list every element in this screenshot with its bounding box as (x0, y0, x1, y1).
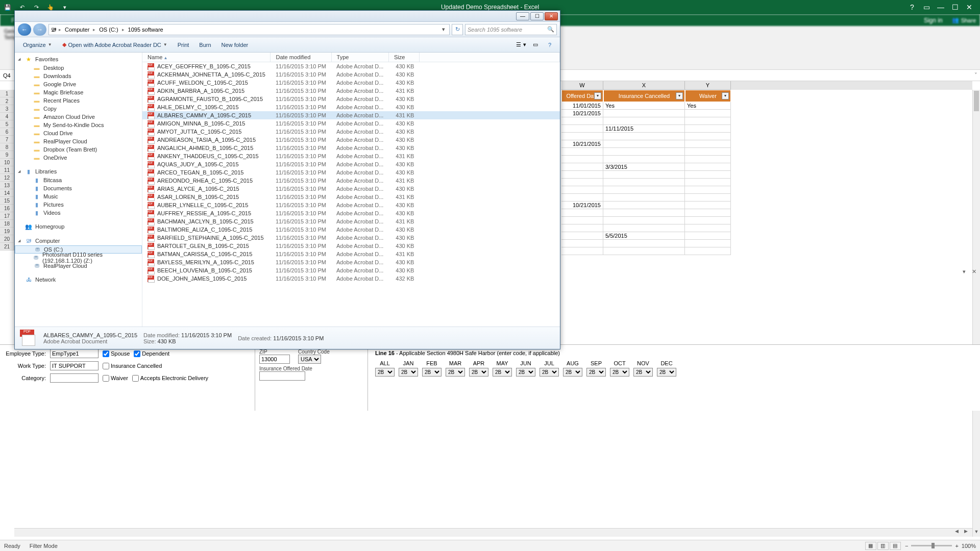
cell[interactable] (603, 224, 685, 232)
file-name-cell[interactable]: ARCEO_TEGAN_B_1095-C_2015 (142, 168, 271, 177)
new-folder-button[interactable]: New folder (217, 40, 253, 50)
col-type[interactable]: Type (331, 53, 388, 62)
breadcrumb-seg[interactable]: OS (C:) (97, 27, 119, 33)
cell[interactable] (603, 171, 685, 179)
col-date[interactable]: Date modified (271, 53, 331, 62)
waiver-checkbox[interactable]: Waiver (103, 375, 128, 382)
cell[interactable] (561, 232, 603, 240)
cell[interactable] (603, 240, 685, 247)
cell[interactable] (603, 209, 685, 217)
cell[interactable] (603, 148, 685, 156)
cell[interactable] (685, 202, 731, 209)
row-header[interactable]: 15 (0, 197, 14, 205)
cell[interactable] (685, 171, 731, 179)
month-select[interactable]: 2B (586, 368, 606, 377)
file-row[interactable]: BARFIELD_STEPHAINE_A_1095-C_201511/16/20… (142, 234, 560, 242)
tree-item[interactable]: ▬Recent Places (15, 96, 142, 105)
filter-icon[interactable]: ▾ (676, 92, 683, 99)
tree-item[interactable]: ▬Dropbox (Team Brett) (15, 145, 142, 154)
zoom-level[interactable]: 100% (962, 543, 976, 549)
explorer-close-button[interactable]: ✕ (545, 12, 558, 20)
dependent-checkbox[interactable]: Dependent (134, 350, 169, 357)
close-icon[interactable]: ✕ (966, 4, 973, 11)
navigation-tree[interactable]: ★Favorites ▬Desktop▬Downloads▬Google Dri… (15, 53, 142, 327)
file-name-cell[interactable]: DOE_JOHN_JAMES_1095-C_2015 (142, 274, 271, 283)
cell[interactable] (685, 224, 731, 232)
tree-item[interactable]: ▬Copy (15, 105, 142, 113)
refresh-button[interactable]: ↻ (452, 24, 463, 35)
file-row[interactable]: ANGALICH_AHMED_B_1095-C_201511/16/2015 3… (142, 144, 560, 152)
explorer-minimize-button[interactable]: — (516, 12, 529, 20)
organize-button[interactable]: Organize▼ (19, 40, 56, 50)
col-header-x[interactable]: X (603, 81, 685, 90)
breadcrumb-dropdown-icon[interactable]: ▾ (440, 26, 447, 33)
tree-item[interactable]: ▮Pictures (15, 201, 142, 209)
table-row[interactable] (561, 247, 972, 255)
table-row[interactable]: 10/21/2015 (561, 140, 972, 148)
file-name-cell[interactable]: ASAR_LOREN_B_1095-C_2015 (142, 193, 271, 201)
tree-item[interactable]: ⛃Photosmart D110 series (192.168.1.120) … (15, 254, 142, 262)
cell[interactable] (685, 163, 731, 171)
cell[interactable] (685, 240, 731, 247)
file-row[interactable]: DOE_JOHN_JAMES_1095-C_201511/16/2015 3:1… (142, 274, 560, 283)
cell[interactable] (603, 133, 685, 140)
ribbon-help-icon[interactable]: ? (909, 4, 916, 11)
accepts-electronic-checkbox[interactable]: Accepts Electronic Delivery (132, 375, 208, 382)
row-header[interactable]: 5 (0, 120, 14, 128)
tree-item[interactable]: ▬Cloud Drive (15, 129, 142, 137)
table-row[interactable]: 5/5/2015 (561, 232, 972, 240)
pane-close-icon[interactable]: ✕ (972, 268, 979, 276)
file-name-cell[interactable]: AUFFREY_RESSIE_A_1095-C_2015 (142, 209, 271, 217)
breadcrumb-seg[interactable]: 1095 software (127, 27, 165, 33)
tree-computer[interactable]: 🖳Computer (15, 236, 142, 245)
file-row[interactable]: BACHMAN_JACLYN_B_1095-C_201511/16/2015 3… (142, 217, 560, 226)
hscroll-left-icon[interactable]: ◀ (952, 529, 961, 537)
month-select[interactable]: 2B (633, 368, 653, 377)
filter-icon[interactable]: ▾ (722, 92, 729, 99)
row-header[interactable]: 14 (0, 189, 14, 197)
file-row[interactable]: ACUFF_WELDON_C_1095-C_201511/16/2015 3:1… (142, 79, 560, 87)
file-name-cell[interactable]: ADKIN_BARBRA_A_1095-C_2015 (142, 87, 271, 95)
file-name-cell[interactable]: AGRAMONTE_FAUSTO_B_1095-C_2015 (142, 95, 271, 103)
file-row[interactable]: AUBER_LYNELLE_C_1095-C_201511/16/2015 3:… (142, 201, 560, 209)
month-select[interactable]: 2B (493, 368, 512, 377)
month-select[interactable]: 2B (446, 368, 465, 377)
ribbon-display-icon[interactable]: ▭ (923, 4, 930, 11)
table-header-offered-date[interactable]: Offered Date▾ (561, 90, 603, 102)
cell[interactable] (561, 224, 603, 232)
cell[interactable] (561, 148, 603, 156)
save-icon[interactable]: 💾 (3, 3, 12, 12)
scroll-down-icon[interactable]: ▼ (973, 529, 980, 537)
cell[interactable] (685, 232, 731, 240)
file-name-cell[interactable]: ACUFF_WELDON_C_1095-C_2015 (142, 79, 271, 87)
signin-button[interactable]: Sign in (919, 15, 948, 26)
cell[interactable] (685, 194, 731, 202)
file-name-cell[interactable]: AMIGON_MINNA_B_1095-C_2015 (142, 119, 271, 128)
row-header[interactable]: 12 (0, 174, 14, 182)
table-header-waiver[interactable]: Waiver▾ (685, 90, 731, 102)
cell[interactable]: 10/21/2015 (561, 202, 603, 209)
tree-item[interactable]: ▬Desktop (15, 64, 142, 72)
explorer-maximize-button[interactable]: ☐ (530, 12, 544, 20)
cell[interactable] (685, 125, 731, 133)
month-select[interactable]: 2B (516, 368, 535, 377)
back-button[interactable]: ← (18, 23, 31, 36)
table-row[interactable]: 11/11/2015 (561, 125, 972, 133)
table-row[interactable] (561, 186, 972, 194)
file-name-cell[interactable]: BAYLESS_MERILYN_A_1095-C_2015 (142, 258, 271, 266)
tree-item[interactable]: ▬Magic Briefcase (15, 88, 142, 96)
cell[interactable] (603, 117, 685, 125)
breadcrumb-seg[interactable]: Computer (63, 27, 91, 33)
file-name-cell[interactable]: BACHMAN_JACLYN_B_1095-C_2015 (142, 217, 271, 226)
file-row[interactable]: ANKENY_THADDEUS_C_1095-C_201511/16/2015 … (142, 152, 560, 160)
tree-item[interactable]: ▮Music (15, 192, 142, 201)
month-select[interactable]: 2B (610, 368, 629, 377)
row-header[interactable]: 3 (0, 105, 14, 113)
table-row[interactable] (561, 224, 972, 232)
file-row[interactable]: BARTOLET_GLEN_B_1095-C_201511/16/2015 3:… (142, 242, 560, 250)
table-row[interactable]: 10/21/2015 (561, 110, 972, 117)
table-row[interactable] (561, 240, 972, 247)
file-row[interactable]: AQUAS_JUDY_A_1095-C_201511/16/2015 3:10 … (142, 160, 560, 168)
zip-input[interactable] (259, 355, 290, 364)
cell[interactable] (603, 140, 685, 148)
